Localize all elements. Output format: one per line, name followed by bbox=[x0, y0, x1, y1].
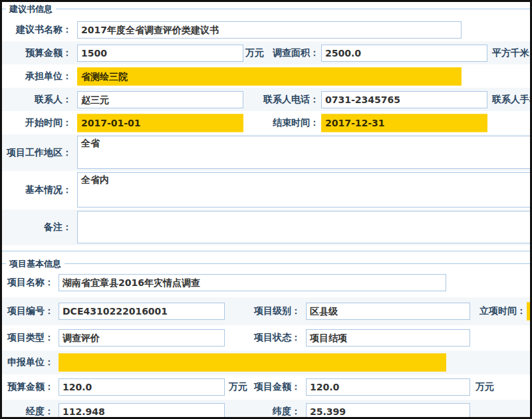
survey-area-input[interactable]: 2500.0 bbox=[321, 45, 487, 62]
project-budget-input[interactable]: 120.0 bbox=[59, 378, 225, 396]
project-name-label: 项目名称： bbox=[2, 277, 54, 289]
survey-area-label: 调查面积： bbox=[249, 47, 319, 59]
project-budget-label: 预算金额： bbox=[2, 381, 54, 393]
row-dates: 开始时间： 2017-01-01 结束时间： 2017-12-31 bbox=[2, 111, 530, 134]
section-proposal-legend: 建议书信息 bbox=[6, 3, 56, 15]
project-level-input[interactable]: 区县级 bbox=[306, 303, 470, 320]
project-name-input[interactable]: 湖南省宜章县2016年灾情点调查 bbox=[59, 274, 446, 291]
project-budget-unit: 万元 bbox=[229, 381, 247, 393]
end-date-label: 结束时间： bbox=[249, 117, 319, 129]
row-basic-info: 基本情况： 全省内 bbox=[2, 171, 530, 210]
contact-phone-input[interactable]: 0731-2345765 bbox=[321, 91, 487, 108]
contact-input[interactable]: 赵三元 bbox=[77, 91, 243, 108]
declare-unit-input[interactable] bbox=[59, 354, 446, 372]
start-date-label: 开始时间： bbox=[2, 117, 72, 129]
project-amount-input[interactable]: 120.0 bbox=[306, 378, 470, 396]
row-code-level: 项目编号： DCE4310222016001 项目级别： 区县级 立项时间： 2 bbox=[2, 297, 530, 325]
project-level-label: 项目级别： bbox=[251, 305, 301, 317]
undertaker-input[interactable]: 省测绘三院 bbox=[77, 67, 462, 85]
section-project-info: 项目基本信息 项目名称： 湖南省宜章县2016年灾情点调查 项目编号： DCE4… bbox=[2, 263, 530, 419]
project-amount-unit: 万元 bbox=[475, 381, 494, 393]
row-work-region: 项目工作地区： 全省 bbox=[2, 134, 530, 171]
row-budget-amount: 预算金额： 120.0 万元 项目金额： 120.0 万元 bbox=[2, 374, 530, 400]
work-region-textarea[interactable]: 全省 bbox=[77, 136, 532, 169]
approval-time-input[interactable]: 2 bbox=[527, 303, 532, 321]
row-type-status: 项目类型： 调查评价 项目状态： 项目结项 bbox=[2, 325, 530, 350]
project-type-input[interactable]: 调查评价 bbox=[59, 329, 225, 347]
contact-mobile-label: 联系人手机 bbox=[492, 94, 532, 106]
section-proposal-info: 建议书信息 建议书名称： 2017年度全省调查评价类建议书 预算金额： 1500… bbox=[2, 9, 530, 251]
row-proposal-name: 建议书名称： 2017年度全省调查评价类建议书 bbox=[2, 18, 530, 41]
survey-area-unit: 平方千米 bbox=[492, 47, 529, 59]
contact-phone-label: 联系人电话： bbox=[249, 94, 319, 106]
start-date-input[interactable]: 2017-01-01 bbox=[77, 114, 243, 132]
work-region-label: 项目工作地区： bbox=[2, 147, 72, 159]
row-project-name: 项目名称： 湖南省宜章县2016年灾情点调查 bbox=[2, 268, 530, 297]
project-code-label: 项目编号： bbox=[2, 305, 54, 317]
row-undertaker: 承担单位： 省测绘三院 bbox=[2, 65, 530, 88]
project-status-input[interactable]: 项目结项 bbox=[306, 329, 470, 347]
declare-unit-label: 申报单位： bbox=[2, 356, 54, 368]
budget-input[interactable]: 1500 bbox=[77, 45, 243, 62]
budget-label: 预算金额： bbox=[2, 47, 72, 59]
project-amount-label: 项目金额： bbox=[251, 381, 301, 393]
latitude-label: 纬度： bbox=[251, 406, 301, 418]
approval-time-label: 立项时间： bbox=[476, 305, 526, 317]
row-lon-lat: 经度： 112.948 纬度： 25.399 bbox=[2, 400, 530, 419]
row-remarks: 备注： bbox=[2, 210, 530, 245]
proposal-name-label: 建议书名称： bbox=[2, 24, 72, 36]
row-budget-area: 预算金额： 1500 万元 调查面积： 2500.0 平方千米 bbox=[2, 41, 530, 65]
basic-info-label: 基本情况： bbox=[2, 184, 72, 196]
proposal-name-input[interactable]: 2017年度全省调查评价类建议书 bbox=[77, 21, 462, 39]
longitude-input[interactable]: 112.948 bbox=[59, 403, 225, 419]
remarks-label: 备注： bbox=[2, 221, 72, 233]
row-contact: 联系人： 赵三元 联系人电话： 0731-2345765 联系人手机 bbox=[2, 88, 530, 111]
undertaker-label: 承担单位： bbox=[2, 70, 72, 82]
form-page: 建议书信息 建议书名称： 2017年度全省调查评价类建议书 预算金额： 1500… bbox=[0, 0, 532, 419]
latitude-input[interactable]: 25.399 bbox=[306, 403, 470, 419]
contact-label: 联系人： bbox=[2, 94, 72, 106]
longitude-label: 经度： bbox=[2, 406, 54, 418]
project-type-label: 项目类型： bbox=[2, 332, 54, 344]
project-status-label: 项目状态： bbox=[251, 332, 301, 344]
project-code-input[interactable]: DCE4310222016001 bbox=[59, 303, 225, 320]
remarks-textarea[interactable] bbox=[77, 211, 532, 243]
end-date-input[interactable]: 2017-12-31 bbox=[321, 114, 487, 132]
basic-info-textarea[interactable]: 全省内 bbox=[77, 172, 532, 208]
row-declare-unit: 申报单位： bbox=[2, 350, 530, 374]
